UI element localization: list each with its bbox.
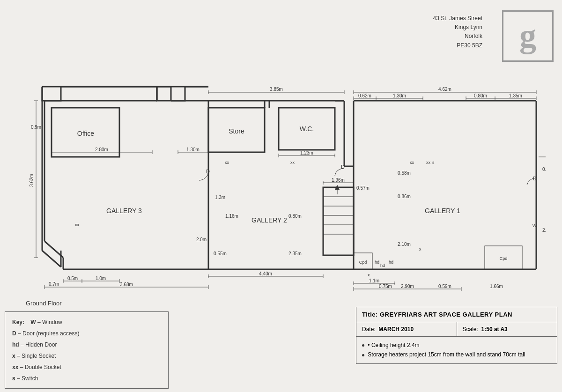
key-row-xx: xx – Double Socket [12,362,161,373]
info-date-value: MARCH 2010 [378,326,414,333]
key-title: Key: [12,319,24,325]
logo-box: g [502,10,554,62]
svg-text:3.62m: 3.62m [29,174,34,187]
svg-text:xx: xx [225,160,229,165]
info-title-row: Title: GREYFRIARS ART SPACE GALLERY PLAN [356,307,557,322]
info-title: Title: GREYFRIARS ART SPACE GALLERY PLAN [362,311,512,318]
svg-text:2.35m: 2.35m [288,251,302,256]
svg-text:0.9m: 0.9m [31,125,41,130]
logo-letter: g [519,17,536,56]
svg-text:hd: hd [380,263,385,268]
svg-text:x: x [419,247,422,251]
address-line4: PE30 5BZ [433,41,482,50]
floorplan: .wall { stroke: #333; stroke-width: 3; f… [26,73,546,293]
svg-rect-32 [323,187,354,255]
info-box: Title: GREYFRIARS ART SPACE GALLERY PLAN… [356,307,557,364]
svg-text:0.58m: 0.58m [398,170,411,176]
info-notes: • Ceiling height 2.4m Storage heaters pr… [356,337,557,363]
svg-text:0.5m: 0.5m [67,276,78,281]
ground-floor-label: Ground Floor [26,300,62,307]
address-line2: Kings Lynn [433,23,482,32]
key-row-s: s – Switch [12,373,161,384]
page: 43 St. James Street Kings Lynn Norfolk P… [0,0,562,392]
svg-text:3.85m: 3.85m [270,87,283,92]
svg-text:xx: xx [410,160,414,165]
key-box: Key: W – Window D – Door (requires acces… [5,311,169,389]
svg-text:0.86m: 0.86m [398,194,411,199]
key-row-door: D – Door (requires access) [12,328,161,339]
note1-text: • Ceiling height 2.4m [368,342,419,348]
svg-text:2.54m: 2.54m [542,228,546,233]
svg-text:1.66m: 1.66m [490,284,503,289]
svg-text:GALLERY 1: GALLERY 1 [425,207,460,214]
svg-text:0.80m: 0.80m [474,93,487,98]
svg-text:3.68m: 3.68m [120,282,133,287]
svg-text:1.3m: 1.3m [215,195,225,200]
svg-text:xx: xx [290,160,295,165]
key-row-hd: hd – Hidden Door [12,339,161,350]
bullet-icon-2 [362,354,364,356]
svg-text:1.35m: 1.35m [509,93,522,98]
svg-text:2.10m: 2.10m [398,242,411,247]
svg-text:0.7m: 0.7m [49,281,59,287]
svg-text:4.62m: 4.62m [438,87,451,92]
svg-text:s: s [432,160,435,165]
svg-text:0.88m: 0.88m [542,167,546,172]
svg-text:xx: xx [426,160,431,165]
svg-text:Cpd: Cpd [500,256,508,261]
svg-text:Office: Office [77,130,95,137]
svg-text:W: W [532,223,537,228]
info-scale: Scale: 1:50 at A3 [457,322,557,336]
svg-text:1.23m: 1.23m [300,150,313,155]
svg-text:1.30m: 1.30m [186,147,200,152]
info-date-scale-row: Date: MARCH 2010 Scale: 1:50 at A3 [356,322,557,337]
svg-text:2.0m: 2.0m [196,237,207,242]
svg-text:0.59m: 0.59m [438,284,451,289]
info-date: Date: MARCH 2010 [356,322,457,336]
svg-text:2.90m: 2.90m [401,284,414,289]
svg-text:GALLERY 3: GALLERY 3 [106,207,142,214]
info-note2: Storage heaters project 15cm from the wa… [362,350,551,359]
info-scale-value: 1:50 at A3 [481,326,508,333]
svg-text:Store: Store [229,127,244,135]
bullet-icon [362,344,364,347]
svg-text:1.96m: 1.96m [332,178,345,183]
key-row-x: x – Single Socket [12,350,161,362]
svg-text:0.80m: 0.80m [288,214,302,219]
info-scale-label: Scale: [463,326,478,333]
svg-text:x: x [368,273,370,277]
key-row-title: Key: W – Window [12,317,161,328]
svg-text:GALLERY 2: GALLERY 2 [251,216,287,224]
info-date-label: Date: [362,326,376,333]
key-content: Key: W – Window D – Door (requires acces… [5,312,168,389]
svg-text:Cpd: Cpd [359,260,367,265]
svg-text:1.30m: 1.30m [393,93,406,98]
svg-text:1.16m: 1.16m [225,214,238,219]
address-line1: 43 St. James Street [433,14,482,23]
address-line3: Norfolk [433,32,482,41]
svg-text:0.55m: 0.55m [214,251,227,256]
svg-text:0.57m: 0.57m [356,185,370,191]
svg-text:2.80m: 2.80m [95,147,108,152]
svg-text:0.62m: 0.62m [358,93,371,98]
svg-text:0.75m: 0.75m [379,284,392,289]
svg-text:hd: hd [389,260,393,265]
info-note1: • Ceiling height 2.4m [362,340,551,350]
svg-text:W.C.: W.C. [300,125,314,133]
svg-text:4.40m: 4.40m [259,271,272,276]
address-block: 43 St. James Street Kings Lynn Norfolk P… [433,14,482,50]
svg-text:hd: hd [375,260,379,265]
svg-text:xx: xx [75,222,80,227]
svg-text:1.1m: 1.1m [369,278,379,283]
svg-text:1.0m: 1.0m [96,276,106,281]
